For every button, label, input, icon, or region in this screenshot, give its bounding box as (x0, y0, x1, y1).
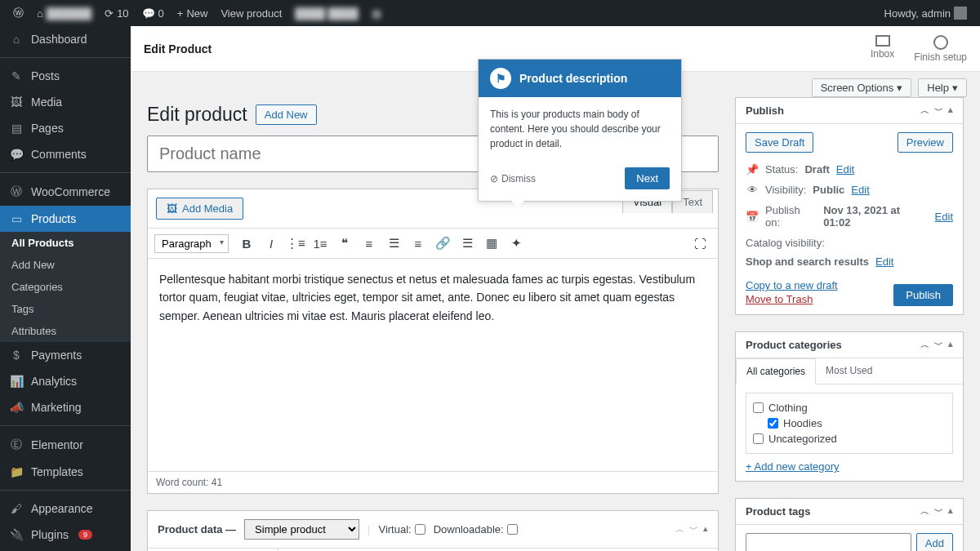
product-type-select[interactable]: Simple product (244, 519, 359, 540)
view-product[interactable]: View product (214, 0, 288, 26)
panel-up-icon[interactable]: ︿ (675, 523, 684, 535)
panel-down-icon[interactable]: ﹀ (934, 104, 943, 117)
publish-title: Publish (746, 104, 784, 117)
tour-popup: ⚑Product description This is your produc… (478, 59, 682, 202)
align-center-icon[interactable]: ☰ (382, 232, 405, 255)
category-hoodies[interactable]: Hoodies (768, 415, 946, 431)
downloadable-toggle[interactable]: Downloadable: (434, 523, 518, 535)
add-media-button[interactable]: 🖼 Add Media (156, 198, 243, 220)
dismiss-button[interactable]: ⊘ Dismiss (490, 173, 536, 184)
panel-toggle-icon[interactable]: ▴ (948, 505, 953, 518)
bullet-list-icon[interactable]: ⋮≡ (284, 232, 307, 255)
menu-icon: ⌂ (8, 33, 24, 46)
format-select[interactable]: Paragraph (154, 234, 229, 253)
pending-comments[interactable]: 💬 0 (136, 0, 171, 26)
page-title: Edit product (147, 104, 247, 126)
category-uncategorized[interactable]: Uncategorized (753, 431, 946, 447)
sidebar-item-comments[interactable]: 💬Comments (0, 141, 131, 167)
menu-icon: 🔌 (8, 528, 24, 541)
panel-down-icon[interactable]: ﹀ (689, 523, 698, 535)
blurred-icon[interactable]: ▦ (365, 0, 388, 26)
sidebar-item-users[interactable]: 👤Users (0, 548, 131, 551)
site-home[interactable]: ⌂ ██████ (30, 0, 98, 26)
tags-title: Product tags (746, 505, 810, 518)
edit-visibility-link[interactable]: Edit (851, 184, 869, 196)
menu-icon: 🖌 (8, 502, 24, 515)
panel-up-icon[interactable]: ︿ (920, 104, 929, 117)
blurred-item[interactable]: ████ ████ (288, 0, 364, 26)
quote-icon[interactable]: ❝ (333, 232, 356, 255)
submenu-tags[interactable]: Tags (0, 298, 131, 320)
toolbar-toggle-icon[interactable]: ▦ (480, 232, 503, 255)
help-tab[interactable]: Help ▾ (918, 78, 967, 97)
updates[interactable]: ⟳ 10 (98, 0, 135, 26)
publish-button[interactable]: Publish (893, 284, 953, 306)
sidebar-item-plugins[interactable]: 🔌Plugins9 (0, 522, 131, 548)
howdy-account[interactable]: Howdy, admin (878, 0, 973, 26)
sidebar-item-products[interactable]: ▭Products (0, 206, 131, 232)
tags-input[interactable] (746, 533, 911, 551)
panel-down-icon[interactable]: ﹀ (934, 505, 943, 518)
most-used-tab[interactable]: Most Used (816, 358, 882, 384)
sidebar-item-templates[interactable]: 📁Templates (0, 459, 131, 485)
virtual-toggle[interactable]: Virtual: (378, 523, 425, 535)
add-category-link[interactable]: + Add new category (746, 460, 840, 473)
copy-draft-link[interactable]: Copy to a new draft (746, 278, 838, 292)
edit-status-link[interactable]: Edit (836, 163, 854, 176)
tour-body-text: This is your products main body of conte… (479, 97, 681, 161)
menu-icon: 💬 (8, 148, 24, 161)
save-draft-button[interactable]: Save Draft (746, 132, 813, 153)
panel-toggle-icon[interactable]: ▴ (703, 523, 708, 535)
sidebar-item-woocommerce[interactable]: ⓌWooCommerce (0, 178, 131, 206)
sidebar-item-pages[interactable]: ▤Pages (0, 115, 131, 141)
submenu-add-new[interactable]: Add New (0, 254, 131, 276)
sidebar-item-posts[interactable]: ✎Posts (0, 63, 131, 89)
sidebar-item-media[interactable]: 🖼Media (0, 89, 131, 115)
submenu-attributes[interactable]: Attributes (0, 320, 131, 342)
screen-options-tab[interactable]: Screen Options ▾ (812, 78, 912, 97)
edit-catalog-link[interactable]: Edit (875, 256, 893, 268)
panel-toggle-icon[interactable]: ▴ (948, 339, 953, 351)
star-icon[interactable]: ✦ (505, 232, 528, 255)
avatar-icon (954, 7, 967, 20)
add-new-button[interactable]: Add New (256, 104, 317, 125)
align-right-icon[interactable]: ≡ (407, 232, 430, 255)
menu-icon: $ (8, 349, 24, 362)
align-left-icon[interactable]: ≡ (358, 232, 381, 255)
panel-toggle-icon[interactable]: ▴ (948, 104, 953, 117)
categories-panel: Product categories ︿﹀▴ All categories Mo… (735, 331, 964, 482)
panel-down-icon[interactable]: ﹀ (934, 339, 943, 351)
tour-title: Product description (519, 72, 627, 85)
sidebar-item-marketing[interactable]: 📣Marketing (0, 394, 131, 420)
new-content[interactable]: + New (171, 0, 215, 26)
finish-setup-button[interactable]: Finish setup (914, 35, 967, 63)
edit-date-link[interactable]: Edit (935, 211, 953, 223)
link-icon[interactable]: 🔗 (431, 232, 454, 255)
editor-content[interactable]: Pellentesque habitant morbi tristique se… (148, 259, 718, 471)
bold-icon[interactable]: B (235, 232, 258, 255)
sidebar-item-dashboard[interactable]: ⌂Dashboard (0, 26, 131, 52)
all-categories-tab[interactable]: All categories (736, 358, 816, 384)
inbox-button[interactable]: Inbox (871, 35, 894, 63)
calendar-icon: 📅 (746, 211, 759, 223)
wp-logo[interactable]: ⓦ (7, 0, 30, 26)
italic-icon[interactable]: I (260, 232, 283, 255)
panel-up-icon[interactable]: ︿ (920, 505, 929, 518)
product-data-box: Product data — Simple product | Virtual:… (147, 510, 719, 551)
add-tag-button[interactable]: Add (916, 533, 953, 551)
category-clothing[interactable]: Clothing (753, 400, 946, 415)
move-trash-link[interactable]: Move to Trash (746, 292, 838, 306)
sidebar-item-payments[interactable]: $Payments (0, 342, 131, 368)
read-more-icon[interactable]: ☰ (456, 232, 479, 255)
preview-button[interactable]: Preview (898, 132, 953, 153)
next-button[interactable]: Next (625, 167, 670, 189)
submenu-all-products[interactable]: All Products (0, 232, 131, 254)
submenu-categories[interactable]: Categories (0, 276, 131, 298)
fullscreen-icon[interactable]: ⛶ (688, 232, 711, 255)
sidebar-item-appearance[interactable]: 🖌Appearance (0, 495, 131, 522)
numbered-list-icon[interactable]: 1≡ (309, 232, 332, 255)
sidebar-item-elementor[interactable]: ⒺElementor (0, 431, 131, 459)
menu-icon: 📊 (8, 375, 24, 388)
sidebar-item-analytics[interactable]: 📊Analytics (0, 368, 131, 394)
panel-up-icon[interactable]: ︿ (920, 339, 929, 351)
